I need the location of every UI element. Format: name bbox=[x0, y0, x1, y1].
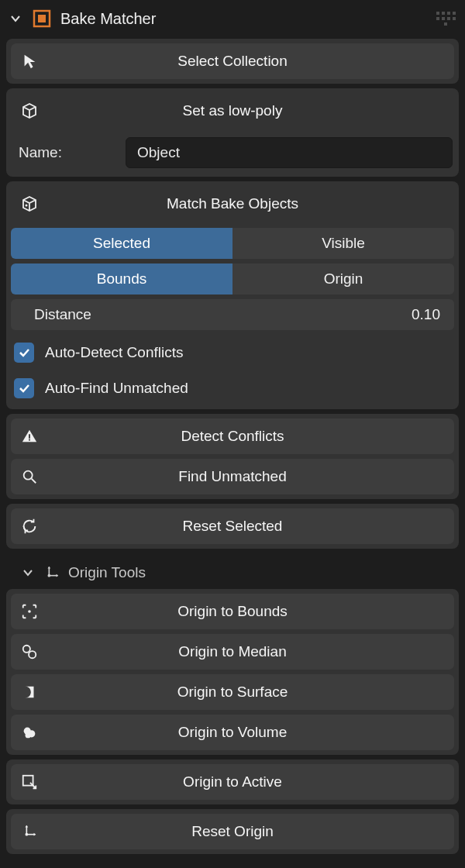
origin-to-surface-label: Origin to Surface bbox=[11, 684, 454, 701]
active-icon bbox=[11, 773, 48, 790]
origin-buttons-block-a: Origin to Bounds Origin to Median Origin… bbox=[6, 589, 459, 755]
lowpoly-block: Set as low-poly Name: bbox=[6, 88, 459, 177]
checkbox-checked-icon bbox=[14, 378, 34, 398]
origin-to-volume-button[interactable]: Origin to Volume bbox=[11, 715, 454, 750]
detect-find-block: Detect Conflicts Find Unmatched bbox=[6, 414, 459, 499]
svg-rect-1 bbox=[38, 15, 46, 22]
svg-rect-4 bbox=[29, 439, 30, 441]
median-icon bbox=[11, 643, 48, 660]
bake-icon bbox=[31, 8, 53, 29]
origin-to-bounds-button[interactable]: Origin to Bounds bbox=[11, 594, 454, 629]
find-unmatched-label: Find Unmatched bbox=[11, 468, 454, 485]
toggle-visible[interactable]: Visible bbox=[232, 228, 454, 259]
mode-scope-toggle: Selected Visible bbox=[11, 228, 454, 259]
checkbox-checked-icon bbox=[14, 343, 34, 363]
reset-selected-block: Reset Selected bbox=[6, 504, 459, 549]
auto-find-label: Auto-Find Unmatched bbox=[45, 380, 188, 397]
panel-header: Bake Matcher bbox=[6, 0, 459, 39]
mode-basis-toggle: Bounds Origin bbox=[11, 264, 454, 294]
auto-detect-row[interactable]: Auto-Detect Conflicts bbox=[9, 335, 456, 370]
origin-to-bounds-label: Origin to Bounds bbox=[11, 603, 454, 620]
reset-selected-button[interactable]: Reset Selected bbox=[11, 508, 454, 544]
volume-icon bbox=[11, 724, 48, 741]
origin-to-volume-label: Origin to Volume bbox=[11, 724, 454, 741]
reset-origin-block: Reset Origin bbox=[6, 809, 459, 854]
toggle-selected[interactable]: Selected bbox=[11, 228, 232, 259]
chevron-down-icon[interactable] bbox=[8, 11, 23, 26]
axes-icon bbox=[11, 823, 48, 840]
svg-point-15 bbox=[26, 732, 31, 738]
name-input[interactable] bbox=[126, 137, 453, 168]
distance-field[interactable]: Distance 0.10 bbox=[11, 299, 454, 330]
auto-detect-label: Auto-Detect Conflicts bbox=[45, 344, 183, 361]
origin-to-median-button[interactable]: Origin to Median bbox=[11, 634, 454, 670]
match-header-label: Match Bake Objects bbox=[48, 195, 454, 212]
detect-conflicts-button[interactable]: Detect Conflicts bbox=[11, 418, 454, 454]
origin-active-block: Origin to Active bbox=[6, 760, 459, 804]
name-label: Name: bbox=[12, 144, 113, 161]
surface-icon bbox=[11, 684, 48, 701]
distance-value: 0.10 bbox=[412, 306, 440, 323]
svg-point-2 bbox=[26, 205, 28, 207]
origin-to-surface-button[interactable]: Origin to Surface bbox=[11, 674, 454, 710]
svg-rect-3 bbox=[29, 434, 30, 439]
refresh-icon bbox=[11, 518, 48, 535]
origin-tools-label: Origin Tools bbox=[68, 564, 146, 581]
origin-to-active-label: Origin to Active bbox=[11, 773, 454, 790]
lowpoly-header-label: Set as low-poly bbox=[48, 102, 454, 119]
svg-point-5 bbox=[24, 471, 33, 480]
cube-icon bbox=[11, 102, 48, 120]
chevron-down-icon bbox=[20, 565, 36, 580]
search-icon bbox=[11, 468, 48, 485]
select-collection-label: Select Collection bbox=[11, 53, 454, 70]
match-header: Match Bake Objects bbox=[11, 186, 454, 222]
bounds-icon bbox=[11, 603, 48, 620]
select-collection-button[interactable]: Select Collection bbox=[11, 43, 454, 79]
find-unmatched-button[interactable]: Find Unmatched bbox=[11, 459, 454, 494]
svg-line-6 bbox=[32, 479, 36, 484]
origin-to-median-label: Origin to Median bbox=[11, 643, 454, 660]
svg-point-12 bbox=[29, 651, 36, 658]
reset-selected-label: Reset Selected bbox=[11, 518, 454, 535]
svg-point-11 bbox=[23, 646, 30, 653]
toggle-bounds[interactable]: Bounds bbox=[11, 264, 232, 294]
cursor-icon bbox=[11, 53, 48, 70]
lowpoly-header: Set as low-poly bbox=[11, 93, 454, 129]
select-collection-block: Select Collection bbox=[6, 39, 459, 84]
cube-outline-icon bbox=[11, 195, 48, 213]
origin-to-active-button[interactable]: Origin to Active bbox=[11, 764, 454, 800]
reset-origin-label: Reset Origin bbox=[11, 823, 454, 840]
auto-find-row[interactable]: Auto-Find Unmatched bbox=[9, 370, 456, 406]
origin-tools-header[interactable]: Origin Tools bbox=[6, 553, 459, 589]
match-block: Match Bake Objects Selected Visible Boun… bbox=[6, 181, 459, 409]
panel-title: Bake Matcher bbox=[60, 10, 156, 28]
detect-conflicts-label: Detect Conflicts bbox=[11, 428, 454, 445]
drag-handle-icon[interactable] bbox=[434, 12, 457, 26]
svg-point-10 bbox=[28, 610, 31, 613]
reset-origin-button[interactable]: Reset Origin bbox=[11, 814, 454, 849]
distance-label: Distance bbox=[34, 306, 412, 323]
toggle-origin[interactable]: Origin bbox=[232, 264, 454, 294]
warning-icon bbox=[11, 428, 48, 445]
axes-icon bbox=[43, 564, 60, 581]
name-row: Name: bbox=[12, 135, 453, 170]
